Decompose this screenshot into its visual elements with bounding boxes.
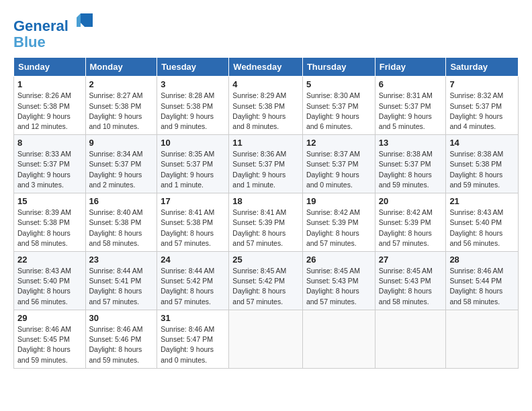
day-info: Sunrise: 8:26 AMSunset: 5:38 PMDaylight:… xyxy=(17,91,82,132)
calendar-week-3: 15Sunrise: 8:39 AMSunset: 5:38 PMDayligh… xyxy=(14,193,519,252)
day-number: 23 xyxy=(89,255,154,265)
day-info: Sunrise: 8:44 AMSunset: 5:41 PMDaylight:… xyxy=(89,266,154,307)
day-info: Sunrise: 8:41 AMSunset: 5:39 PMDaylight:… xyxy=(232,208,299,248)
day-info: Sunrise: 8:38 AMSunset: 5:37 PMDaylight:… xyxy=(379,149,443,190)
calendar-cell: 1Sunrise: 8:26 AMSunset: 5:38 PMDaylight… xyxy=(14,77,86,135)
day-number: 25 xyxy=(232,255,299,265)
day-number: 14 xyxy=(449,138,515,148)
day-number: 18 xyxy=(232,196,299,206)
calendar-cell: 7Sunrise: 8:32 AMSunset: 5:37 PMDaylight… xyxy=(446,77,519,135)
weekday-header-monday: Monday xyxy=(85,58,157,77)
day-info: Sunrise: 8:37 AMSunset: 5:37 PMDaylight:… xyxy=(306,149,371,190)
calendar-week-5: 29Sunrise: 8:46 AMSunset: 5:45 PMDayligh… xyxy=(14,310,519,368)
day-number: 26 xyxy=(306,255,371,265)
day-number: 21 xyxy=(449,196,515,206)
calendar-table: SundayMondayTuesdayWednesdayThursdayFrid… xyxy=(13,57,519,368)
day-number: 12 xyxy=(306,138,371,148)
calendar-cell xyxy=(375,310,446,368)
day-info: Sunrise: 8:41 AMSunset: 5:38 PMDaylight:… xyxy=(161,208,225,248)
weekday-header-saturday: Saturday xyxy=(446,58,519,77)
weekday-header-tuesday: Tuesday xyxy=(157,58,229,77)
svg-marker-0 xyxy=(81,13,93,23)
day-number: 13 xyxy=(379,138,443,148)
day-number: 29 xyxy=(17,313,82,323)
logo-text: General Blue xyxy=(13,12,95,50)
calendar-cell: 29Sunrise: 8:46 AMSunset: 5:45 PMDayligh… xyxy=(14,310,86,368)
day-info: Sunrise: 8:45 AMSunset: 5:43 PMDaylight:… xyxy=(379,266,443,307)
calendar-week-4: 22Sunrise: 8:43 AMSunset: 5:40 PMDayligh… xyxy=(14,252,519,310)
day-number: 27 xyxy=(379,255,443,265)
calendar-cell: 27Sunrise: 8:45 AMSunset: 5:43 PMDayligh… xyxy=(375,252,446,310)
day-number: 22 xyxy=(17,255,82,265)
calendar-cell: 18Sunrise: 8:41 AMSunset: 5:39 PMDayligh… xyxy=(229,193,303,252)
calendar-cell: 21Sunrise: 8:43 AMSunset: 5:40 PMDayligh… xyxy=(446,193,519,252)
calendar-cell: 6Sunrise: 8:31 AMSunset: 5:37 PMDaylight… xyxy=(375,77,446,135)
calendar-cell: 12Sunrise: 8:37 AMSunset: 5:37 PMDayligh… xyxy=(302,135,375,193)
day-number: 9 xyxy=(89,138,154,148)
day-info: Sunrise: 8:35 AMSunset: 5:37 PMDaylight:… xyxy=(161,149,225,190)
page-container: General Blue SundayMondayTuesdayWednesda… xyxy=(0,0,532,375)
day-info: Sunrise: 8:46 AMSunset: 5:46 PMDaylight:… xyxy=(89,324,154,365)
svg-marker-1 xyxy=(81,23,93,27)
calendar-cell: 26Sunrise: 8:45 AMSunset: 5:43 PMDayligh… xyxy=(302,252,375,310)
day-number: 10 xyxy=(161,138,225,148)
day-info: Sunrise: 8:46 AMSunset: 5:45 PMDaylight:… xyxy=(17,324,82,365)
day-number: 11 xyxy=(232,138,299,148)
day-info: Sunrise: 8:31 AMSunset: 5:37 PMDaylight:… xyxy=(379,91,443,132)
calendar-cell: 4Sunrise: 8:29 AMSunset: 5:38 PMDaylight… xyxy=(229,77,303,135)
calendar-cell: 24Sunrise: 8:44 AMSunset: 5:42 PMDayligh… xyxy=(157,252,229,310)
calendar-cell: 16Sunrise: 8:40 AMSunset: 5:38 PMDayligh… xyxy=(85,193,157,252)
logo: General Blue xyxy=(13,12,95,50)
weekday-header-thursday: Thursday xyxy=(302,58,375,77)
calendar-cell xyxy=(229,310,303,368)
day-number: 2 xyxy=(89,79,154,89)
day-info: Sunrise: 8:43 AMSunset: 5:40 PMDaylight:… xyxy=(449,208,515,248)
day-number: 30 xyxy=(89,313,154,323)
logo-icon xyxy=(74,11,95,30)
page-header: General Blue xyxy=(13,12,519,50)
calendar-cell: 30Sunrise: 8:46 AMSunset: 5:46 PMDayligh… xyxy=(85,310,157,368)
day-info: Sunrise: 8:29 AMSunset: 5:38 PMDaylight:… xyxy=(232,91,299,132)
calendar-cell: 15Sunrise: 8:39 AMSunset: 5:38 PMDayligh… xyxy=(14,193,86,252)
calendar-cell: 31Sunrise: 8:46 AMSunset: 5:47 PMDayligh… xyxy=(157,310,229,368)
day-info: Sunrise: 8:30 AMSunset: 5:37 PMDaylight:… xyxy=(306,91,371,132)
day-info: Sunrise: 8:34 AMSunset: 5:37 PMDaylight:… xyxy=(89,149,154,190)
calendar-header-row: SundayMondayTuesdayWednesdayThursdayFrid… xyxy=(14,58,519,77)
calendar-week-2: 8Sunrise: 8:33 AMSunset: 5:37 PMDaylight… xyxy=(14,135,519,193)
weekday-header-wednesday: Wednesday xyxy=(229,58,303,77)
calendar-cell: 3Sunrise: 8:28 AMSunset: 5:38 PMDaylight… xyxy=(157,77,229,135)
calendar-cell: 2Sunrise: 8:27 AMSunset: 5:38 PMDaylight… xyxy=(85,77,157,135)
day-number: 15 xyxy=(17,196,82,206)
calendar-cell: 9Sunrise: 8:34 AMSunset: 5:37 PMDaylight… xyxy=(85,135,157,193)
weekday-header-friday: Friday xyxy=(375,58,446,77)
day-info: Sunrise: 8:43 AMSunset: 5:40 PMDaylight:… xyxy=(17,266,82,307)
day-number: 31 xyxy=(161,313,225,323)
calendar-cell xyxy=(302,310,375,368)
day-info: Sunrise: 8:46 AMSunset: 5:47 PMDaylight:… xyxy=(161,324,225,365)
calendar-cell: 25Sunrise: 8:45 AMSunset: 5:42 PMDayligh… xyxy=(229,252,303,310)
day-info: Sunrise: 8:27 AMSunset: 5:38 PMDaylight:… xyxy=(89,91,154,132)
calendar-cell: 20Sunrise: 8:42 AMSunset: 5:39 PMDayligh… xyxy=(375,193,446,252)
day-number: 3 xyxy=(161,79,225,89)
day-info: Sunrise: 8:38 AMSunset: 5:38 PMDaylight:… xyxy=(449,149,515,190)
day-info: Sunrise: 8:42 AMSunset: 5:39 PMDaylight:… xyxy=(379,208,443,248)
day-info: Sunrise: 8:40 AMSunset: 5:38 PMDaylight:… xyxy=(89,208,154,248)
day-info: Sunrise: 8:45 AMSunset: 5:43 PMDaylight:… xyxy=(306,266,371,307)
day-info: Sunrise: 8:44 AMSunset: 5:42 PMDaylight:… xyxy=(161,266,225,307)
day-info: Sunrise: 8:36 AMSunset: 5:37 PMDaylight:… xyxy=(232,149,299,190)
day-number: 6 xyxy=(379,79,443,89)
day-number: 8 xyxy=(17,138,82,148)
calendar-cell: 11Sunrise: 8:36 AMSunset: 5:37 PMDayligh… xyxy=(229,135,303,193)
svg-marker-2 xyxy=(77,13,81,27)
day-info: Sunrise: 8:46 AMSunset: 5:44 PMDaylight:… xyxy=(449,266,515,307)
calendar-cell: 17Sunrise: 8:41 AMSunset: 5:38 PMDayligh… xyxy=(157,193,229,252)
day-info: Sunrise: 8:39 AMSunset: 5:38 PMDaylight:… xyxy=(17,208,82,248)
calendar-cell: 13Sunrise: 8:38 AMSunset: 5:37 PMDayligh… xyxy=(375,135,446,193)
calendar-cell: 8Sunrise: 8:33 AMSunset: 5:37 PMDaylight… xyxy=(14,135,86,193)
day-info: Sunrise: 8:45 AMSunset: 5:42 PMDaylight:… xyxy=(232,266,299,307)
day-number: 19 xyxy=(306,196,371,206)
day-info: Sunrise: 8:33 AMSunset: 5:37 PMDaylight:… xyxy=(17,149,82,190)
calendar-cell: 19Sunrise: 8:42 AMSunset: 5:39 PMDayligh… xyxy=(302,193,375,252)
weekday-header-sunday: Sunday xyxy=(14,58,86,77)
day-number: 4 xyxy=(232,79,299,89)
